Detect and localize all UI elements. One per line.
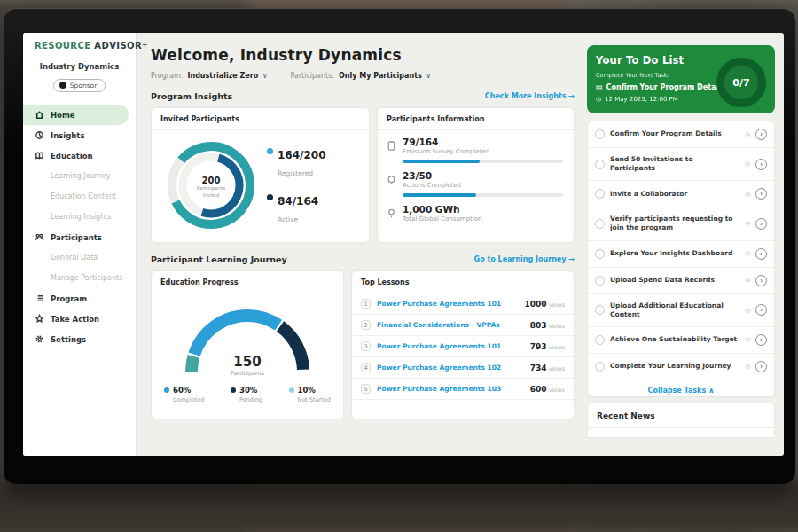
task-row[interactable]: Invite a Collaborator ◷ › [588, 181, 774, 207]
take-action-icon [35, 314, 44, 324]
clock-icon: ◷ [745, 131, 750, 138]
arrow-right-icon: → [568, 92, 575, 100]
program-filter[interactable]: Program: Industrialize Zero ∨ [151, 72, 267, 80]
program-filter-label: Program: [151, 72, 183, 80]
lesson-rank: 2 [361, 320, 371, 330]
task-row[interactable]: Complete Your Learning Journey ◷ › [588, 354, 774, 379]
chevron-right-button[interactable]: › [755, 334, 767, 346]
lesson-row[interactable]: 5 Power Purchase Agreements 103 600views [352, 379, 574, 400]
chevron-right-button[interactable]: › [755, 188, 767, 200]
sidebar-item-learning-journey[interactable]: Learning Journey [23, 166, 129, 186]
chevron-right-button[interactable]: › [755, 159, 767, 170]
task-row[interactable]: Upload Additional Educational Content ◷ … [588, 294, 774, 327]
app-logo: RESOURCE ADVISOR+ [23, 41, 136, 51]
lesson-link[interactable]: Financial Considerations - VPPAs [377, 321, 524, 329]
stat-value: 23/50 [403, 170, 563, 181]
task-row[interactable]: Send 50 Invitations to Participants ◷ › [588, 148, 774, 181]
participants-information-card: Participants Information 79/164 Emission… [377, 107, 575, 243]
chevron-right-button[interactable]: › [755, 218, 767, 230]
task-checkbox[interactable] [595, 305, 605, 315]
program-insights-title: Program Insights [151, 91, 232, 101]
task-checkbox[interactable] [595, 189, 605, 199]
task-checkbox[interactable] [595, 362, 605, 372]
lesson-row[interactable]: 2 Financial Considerations - VPPAs 803vi… [352, 315, 574, 336]
survey-icon [387, 140, 396, 152]
sidebar-item-general-data[interactable]: General Data [23, 247, 129, 268]
clock-icon: ◷ [745, 363, 750, 370]
top-lessons-card: Top Lessons 1 Power Purchase Agreements … [351, 270, 575, 419]
collapse-tasks-link[interactable]: Collapse Tasks ∧ [588, 379, 774, 396]
legend-dot-pending [231, 387, 236, 393]
book-icon [35, 151, 44, 160]
task-row[interactable]: Explore Your Insights Dashboard ◷ › [588, 241, 774, 268]
chevron-right-button[interactable]: › [755, 275, 767, 286]
clock-icon: ◷ [745, 160, 750, 168]
sidebar-item-education[interactable]: Education [23, 145, 129, 166]
clock-icon: ◷ [745, 307, 750, 314]
card-title: Participants Information [378, 108, 574, 130]
task-checkbox[interactable] [595, 276, 605, 286]
sidebar-item-insights[interactable]: Insights [23, 125, 129, 145]
sidebar-item-education-content[interactable]: Education Content [23, 186, 129, 207]
org-name: Industry Dynamics [23, 62, 136, 71]
task-checkbox[interactable] [595, 160, 605, 169]
lesson-link[interactable]: Power Purchase Agreements 101 [377, 342, 524, 350]
go-to-learning-journey-link[interactable]: Go to Learning Journey → [474, 255, 575, 263]
chevron-right-button[interactable]: › [755, 304, 767, 316]
lesson-link[interactable]: Power Purchase Agreements 101 [377, 300, 519, 308]
lesson-row[interactable]: 4 Power Purchase Agreements 102 734views [352, 357, 574, 379]
filter-bar: Program: Industrialize Zero ∨ Participan… [151, 72, 575, 80]
sidebar-item-learning-insights[interactable]: Learning Insights [23, 207, 129, 227]
legend-dot-not-started [289, 387, 294, 393]
recent-news-card: Recent News [587, 403, 775, 438]
sidebar-item-settings[interactable]: Settings [23, 329, 129, 349]
stat-value: 1,000 GWh [403, 204, 563, 215]
lesson-link[interactable]: Power Purchase Agreements 103 [377, 385, 524, 393]
page-title: Welcome, Industry Dynamics [151, 46, 575, 64]
task-label: Explore Your Insights Dashboard [610, 249, 739, 258]
task-checkbox[interactable] [595, 335, 605, 345]
lesson-link[interactable]: Power Purchase Agreements 102 [377, 364, 524, 372]
stat-label: Actions Completed [403, 182, 563, 189]
task-row[interactable]: Verify participants requesting to join t… [588, 207, 774, 240]
sidebar-item-participants[interactable]: Participants [23, 227, 129, 247]
list-icon [35, 293, 44, 303]
active-label: Active [278, 215, 298, 223]
task-checkbox[interactable] [595, 129, 605, 139]
task-row[interactable]: Confirm Your Program Details ◷ › [588, 121, 774, 148]
stat-label: Total Global Consumption [403, 215, 563, 223]
active-value: 84/164 [278, 195, 318, 207]
stat-emission-survey: 79/164 Emission Survey Completed [387, 137, 563, 163]
arrow-right-icon: → [568, 255, 575, 263]
card-title: Education Progress [152, 271, 343, 293]
todo-summary-card: Your To Do List Complete Your Next Task:… [587, 45, 775, 113]
lesson-rank: 1 [361, 299, 371, 309]
clock-icon: ◷ [745, 336, 750, 343]
card-title: Invited Participants [152, 108, 369, 130]
card-title: Top Lessons [352, 271, 574, 293]
chevron-right-button[interactable]: › [755, 129, 767, 140]
chevron-right-button[interactable]: › [755, 248, 767, 260]
sidebar-item-manage-participants[interactable]: Manage Participants [23, 268, 129, 288]
task-checkbox[interactable] [595, 249, 605, 259]
logo-advisor: ADVISOR [94, 41, 142, 51]
lesson-row[interactable]: 3 Power Purchase Agreements 101 793views [352, 336, 574, 357]
participants-filter[interactable]: Participants: Only My Participants ∨ [290, 72, 430, 80]
sidebar-item-home[interactable]: Home [23, 105, 129, 125]
sidebar-item-program[interactable]: Program [23, 288, 129, 309]
task-label: Send 50 Invitations to Participants [610, 155, 739, 173]
todo-next-task: Confirm Your Program Details [606, 83, 725, 91]
task-label: Achieve One Sustainability Target [610, 335, 739, 344]
lesson-row[interactable]: 1 Power Purchase Agreements 101 1000view… [352, 293, 574, 315]
sponsor-badge[interactable]: Sponsor [53, 79, 106, 92]
progress-bar [403, 160, 563, 163]
sidebar-item-take-action[interactable]: Take Action [23, 309, 129, 329]
task-checkbox[interactable] [595, 219, 605, 229]
task-row[interactable]: Achieve One Sustainability Target ◷ › [588, 327, 774, 354]
education-legend: 60%Completed 30%Pending 10%Not Started [152, 377, 343, 403]
chevron-down-icon: ∨ [426, 73, 431, 80]
check-more-insights-link[interactable]: Check More Insights → [485, 92, 575, 100]
sidebar: RESOURCE ADVISOR+ Industry Dynamics Spon… [23, 33, 137, 456]
chevron-right-button[interactable]: › [755, 361, 767, 372]
task-row[interactable]: Upload Spend Data Records ◷ › [588, 268, 774, 294]
